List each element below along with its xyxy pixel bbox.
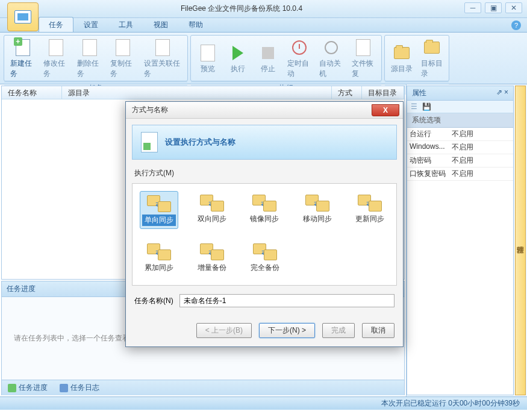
method-twoway-sync[interactable]: ⇄双向同步 bbox=[193, 191, 231, 229]
props-pin-close[interactable]: ⇗ × bbox=[496, 88, 508, 98]
props-toolbar: ☰ 💾 bbox=[407, 101, 513, 113]
method-update-sync[interactable]: ⇄更新同步 bbox=[351, 191, 390, 229]
minimize-button[interactable]: ─ bbox=[464, 2, 481, 13]
props-title: 属性 bbox=[412, 88, 426, 98]
dialog-banner: 设置执行方式与名称 bbox=[132, 125, 397, 160]
col-method[interactable]: 方式 bbox=[332, 86, 362, 99]
menu-tab-settings[interactable]: 设置 bbox=[73, 17, 108, 32]
titlebar: FileGee 企业文件同步备份系统 10.0.4 ─ ▣ ✕ bbox=[0, 0, 527, 18]
ribbon-group-task: 新建任务 修改任务 删除任务 复制任务 设置关联任务 任务 bbox=[4, 35, 188, 81]
next-button[interactable]: 下一步(N) > bbox=[259, 323, 315, 338]
log-icon bbox=[60, 384, 68, 392]
col-name[interactable]: 任务名称 bbox=[2, 86, 62, 99]
method-mirror-sync[interactable]: ⇄镜像同步 bbox=[246, 191, 284, 229]
preview-button[interactable]: 预览 bbox=[193, 37, 222, 80]
menu-tab-tools[interactable]: 工具 bbox=[108, 17, 143, 32]
tab-log[interactable]: 任务日志 bbox=[54, 380, 105, 395]
method-full-backup[interactable]: ⇄完全备份 bbox=[246, 240, 284, 275]
method-incr-backup[interactable]: ⇄增量备份 bbox=[193, 240, 231, 275]
progress-icon bbox=[8, 384, 16, 392]
col-target[interactable]: 目标目录 bbox=[362, 86, 404, 99]
banner-icon bbox=[141, 132, 158, 152]
maximize-button[interactable]: ▣ bbox=[485, 2, 502, 13]
ribbon: 新建任务 修改任务 删除任务 复制任务 设置关联任务 任务 预览 执行 停止 定… bbox=[0, 33, 527, 84]
method-accum-sync[interactable]: ⇄累加同步 bbox=[140, 240, 178, 275]
new-task-button[interactable]: 新建任务 bbox=[7, 37, 39, 80]
task-list-header: 任务名称 源目录 方式 目标目录 bbox=[2, 86, 404, 99]
props-section: 系统选项 bbox=[407, 113, 513, 128]
delete-task-button[interactable]: 删除任务 bbox=[73, 37, 105, 80]
ribbon-group-exec: 预览 执行 停止 定时自动 自动关机 文件恢复 执行 bbox=[190, 35, 382, 81]
task-name-label: 任务名称(N) bbox=[134, 296, 173, 306]
side-tab-cleanup[interactable]: 软件清理 bbox=[515, 86, 526, 395]
ribbon-group-dir: 源目录 目标目录 目录 bbox=[384, 35, 449, 81]
menu-tab-view[interactable]: 视图 bbox=[143, 17, 178, 32]
banner-text: 设置执行方式与名称 bbox=[165, 137, 235, 148]
back-button[interactable]: < 上一步(B) bbox=[196, 323, 252, 338]
method-dialog: 方式与名称 X 设置执行方式与名称 执行方式(M) ⇄单向同步 ⇄双向同步 ⇄镜… bbox=[125, 101, 404, 347]
close-button[interactable]: ✕ bbox=[505, 2, 522, 13]
save-icon[interactable]: 💾 bbox=[422, 102, 431, 111]
menu-tab-help[interactable]: 帮助 bbox=[178, 17, 213, 32]
tab-progress[interactable]: 任务进度 bbox=[2, 380, 54, 395]
edit-task-button[interactable]: 修改任务 bbox=[40, 37, 72, 80]
stop-button[interactable]: 停止 bbox=[254, 37, 282, 80]
schedule-button[interactable]: 定时自动 bbox=[284, 37, 314, 80]
dialog-close-button[interactable]: X bbox=[372, 104, 399, 116]
dialog-title: 方式与名称 bbox=[132, 105, 168, 115]
dialog-titlebar[interactable]: 方式与名称 X bbox=[126, 102, 403, 119]
target-dir-button[interactable]: 目标目录 bbox=[417, 37, 446, 80]
window-title: FileGee 企业文件同步备份系统 10.0.4 bbox=[181, 4, 302, 14]
method-move-sync[interactable]: ⇄移动同步 bbox=[298, 191, 337, 229]
method-group-label: 执行方式(M) bbox=[134, 168, 397, 178]
statusbar: 本次开启已稳定运行 0天00小时00分钟39秒 bbox=[0, 396, 527, 410]
app-menu-icon[interactable] bbox=[7, 2, 39, 31]
menubar: 任务 设置 工具 视图 帮助 ? bbox=[0, 18, 527, 33]
copy-task-button[interactable]: 复制任务 bbox=[107, 37, 139, 80]
list-icon[interactable]: ☰ bbox=[411, 102, 417, 111]
shutdown-button[interactable]: 自动关机 bbox=[316, 37, 346, 80]
uptime-text: 本次开启已稳定运行 0天00小时00分钟39秒 bbox=[381, 398, 520, 409]
restore-button[interactable]: 文件恢复 bbox=[348, 37, 379, 80]
link-task-button[interactable]: 设置关联任务 bbox=[140, 37, 185, 80]
run-button[interactable]: 执行 bbox=[223, 37, 252, 80]
col-source[interactable]: 源目录 bbox=[62, 86, 332, 99]
method-grid: ⇄单向同步 ⇄双向同步 ⇄镜像同步 ⇄移动同步 ⇄更新同步 ⇄累加同步 ⇄增量备… bbox=[132, 183, 397, 286]
method-oneway-sync[interactable]: ⇄单向同步 bbox=[140, 191, 178, 229]
source-dir-button[interactable]: 源目录 bbox=[387, 37, 416, 80]
menu-tab-task[interactable]: 任务 bbox=[39, 17, 73, 32]
properties-panel: 属性 ⇗ × ☰ 💾 系统选项 台运行不启用 Windows...不启用 动密码… bbox=[407, 86, 514, 395]
help-icon[interactable]: ? bbox=[511, 20, 521, 30]
task-name-input[interactable] bbox=[179, 294, 394, 307]
cancel-button[interactable]: 取消 bbox=[362, 323, 394, 338]
finish-button[interactable]: 完成 bbox=[322, 323, 355, 338]
